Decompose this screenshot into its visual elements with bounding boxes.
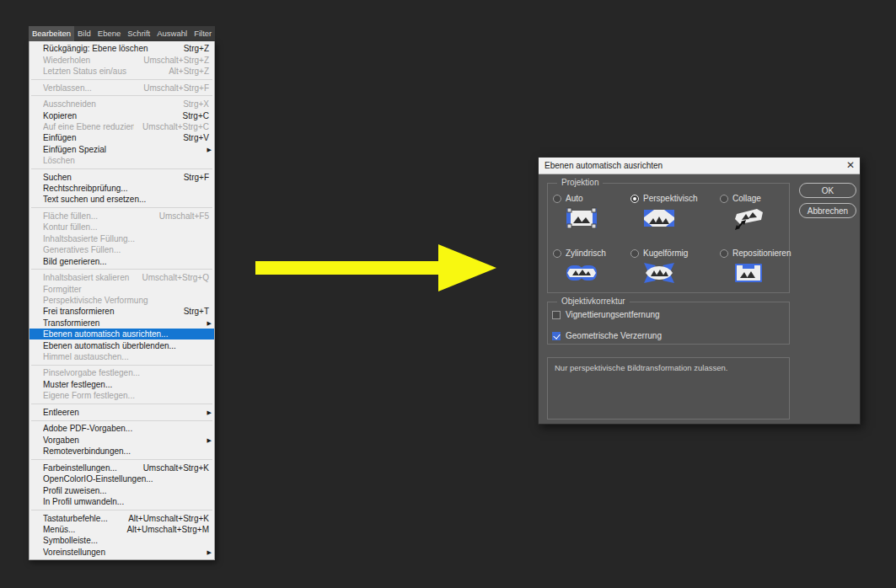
radio-reposition[interactable] [720, 249, 728, 258]
menu-item[interactable]: OpenColorIO-Einstellungen... [30, 473, 214, 484]
menu-item-shortcut: Strg+T [184, 307, 209, 316]
menu-item-label: Pinselvorgabe festlegen... [43, 368, 209, 377]
menu-item-label: Auf eine Ebene reduziert kopieren [43, 122, 134, 131]
menu-item-label: Fläche füllen... [43, 211, 151, 221]
menu-item-label: Suchen [43, 173, 175, 182]
projection-option-spherical: Kugelförmig [630, 249, 688, 285]
menu-item-label: Ebenen automatisch überblenden... [43, 341, 209, 350]
menu-separator [31, 420, 212, 421]
menubar-item-ebene[interactable]: Ebene [94, 26, 124, 41]
menubar-item-auswahl[interactable]: Auswahl [153, 26, 190, 41]
menu-item-shortcut: Umschalt+F5 [159, 211, 209, 221]
menu-item[interactable]: SuchenStrg+F [30, 171, 214, 182]
menu-item[interactable]: Remoteverbindungen... [30, 446, 214, 457]
menu-item-shortcut: Strg+V [183, 133, 209, 142]
lens-correction-group-label: Objektivkorrektur [557, 297, 630, 307]
checkbox-vignette-removal[interactable] [552, 311, 561, 319]
menu-item: Verblassen...Umschalt+Strg+F [30, 82, 214, 93]
menu-item[interactable]: Farbeinstellungen...Umschalt+Strg+K [30, 462, 214, 473]
radio-label: Kugelförmig [643, 249, 688, 258]
menu-item[interactable]: Menüs...Alt+Umschalt+Strg+M [30, 524, 214, 535]
menu-separator [31, 404, 212, 404]
menu-item[interactable]: KopierenStrg+C [30, 110, 214, 120]
collage-projection-icon[interactable] [732, 206, 765, 230]
menu-item[interactable]: Ebenen automatisch ausrichten... [30, 329, 214, 339]
cylindrical-projection-icon[interactable] [565, 261, 598, 285]
menu-separator [31, 207, 212, 208]
menu-item[interactable]: Bild generieren... [30, 255, 214, 266]
menu-item[interactable]: Voreinstellungen▶ [30, 547, 214, 558]
menu-item: Inhaltsbasiert skalierenUmschalt+Strg+Q [30, 272, 214, 283]
auto-projection-icon[interactable] [565, 206, 598, 230]
edit-menu-panel: BearbeitenBildEbeneSchriftAuswahlFilterA… [29, 26, 215, 560]
menu-item-label: Verblassen... [43, 83, 135, 93]
checkbox-label: Vignettierungsentfernung [566, 310, 660, 319]
menu-item-shortcut: Umschalt+Strg+C [142, 122, 209, 131]
menu-item[interactable]: Vorgaben▶ [30, 435, 214, 446]
perspective-projection-icon[interactable] [642, 206, 676, 230]
radio-label: Collage [732, 194, 761, 203]
menu-item[interactable]: Einfügen Spezial▶ [30, 144, 214, 155]
menu-separator [31, 95, 212, 96]
menu-item[interactable]: Profil zuweisen... [30, 484, 214, 495]
checkbox-geometric-distortion[interactable] [552, 332, 561, 340]
menu-item-label: Inhaltsbasierte Füllung... [43, 234, 209, 243]
menu-item-label: Vorgaben [43, 436, 209, 445]
menu-item-label: Kopieren [43, 111, 174, 120]
menu-item[interactable]: EinfügenStrg+V [30, 132, 214, 143]
reposition-projection-icon[interactable] [732, 261, 765, 285]
menu-item[interactable]: Entleeren▶ [30, 407, 214, 418]
menu-item[interactable]: Transformieren▶ [30, 318, 214, 329]
radio-auto[interactable] [553, 195, 561, 203]
menu-separator [31, 79, 212, 80]
menubar-item-bearbeiten[interactable]: Bearbeiten [29, 26, 74, 41]
menu-item-label: Himmel austauschen... [43, 352, 209, 361]
menu-item[interactable]: Text suchen und ersetzen... [30, 194, 214, 205]
menu-item-shortcut: Strg+F [184, 173, 209, 182]
dialog-titlebar[interactable]: Ebenen automatisch ausrichten ✕ [539, 158, 860, 174]
menu-item-label: Formgitter [43, 285, 209, 294]
menu-item-label: Profil zuweisen... [43, 486, 209, 495]
menu-item-shortcut: Umschalt+Strg+F [143, 83, 209, 93]
menu-item-label: OpenColorIO-Einstellungen... [43, 474, 209, 484]
menu-item-label: Letzten Status ein/aus [43, 67, 160, 76]
submenu-arrow-icon: ▶ [207, 437, 212, 443]
checkbox-row: Vignettierungsentfernung [552, 310, 660, 319]
menu-item[interactable]: Frei transformierenStrg+T [30, 306, 214, 317]
radio-cylindrical[interactable] [553, 249, 561, 258]
auto-align-layers-dialog: Ebenen automatisch ausrichten ✕ Projekti… [538, 157, 861, 425]
submenu-arrow-icon: ▶ [207, 147, 212, 152]
menu-item-label: In Profil umwandeln... [43, 497, 209, 506]
menu-item-label: Remoteverbindungen... [43, 446, 209, 456]
menu-item[interactable]: Rechtschreibprüfung... [30, 183, 214, 194]
menu-item-shortcut: Strg+C [183, 111, 209, 120]
menu-item-label: Einfügen Spezial [43, 145, 209, 154]
menu-item[interactable]: Muster festlegen... [30, 379, 214, 390]
menubar-item-filter[interactable]: Filter [190, 26, 215, 41]
menubar-item-bild[interactable]: Bild [74, 26, 94, 41]
close-icon[interactable]: ✕ [841, 158, 860, 174]
menu-item-label: Frei transformieren [43, 307, 175, 316]
menu-separator [31, 365, 212, 366]
radio-spherical[interactable] [630, 249, 639, 258]
menu-item[interactable]: Tastaturbefehle...Alt+Umschalt+Strg+K [30, 512, 214, 523]
menu-item-label: Wiederholen [43, 56, 135, 65]
radio-collage[interactable] [720, 195, 728, 203]
menu-item[interactable]: Ebenen automatisch überblenden... [30, 339, 214, 350]
menu-item-shortcut: Alt+Umschalt+Strg+K [128, 514, 209, 523]
menu-item[interactable]: Rückgängig: Ebene löschenStrg+Z [30, 43, 214, 54]
spherical-projection-icon[interactable] [642, 261, 676, 285]
menu-separator [31, 168, 212, 169]
menu-item-label: Rechtschreibprüfung... [43, 184, 209, 193]
projection-group-label: Projektion [557, 178, 603, 188]
submenu-arrow-icon: ▶ [207, 320, 212, 326]
ok-button[interactable]: OK [799, 183, 856, 198]
menu-item[interactable]: In Profil umwandeln... [30, 496, 214, 507]
radio-perspective[interactable] [630, 195, 639, 203]
menu-item[interactable]: Symbolleiste... [30, 535, 214, 546]
menubar-item-schrift[interactable]: Schrift [124, 26, 153, 41]
menu-item[interactable]: Adobe PDF-Vorgaben... [30, 423, 214, 434]
checkbox-label: Geometrische Verzerrung [566, 331, 662, 340]
menu-item: AusschneidenStrg+X [30, 99, 214, 110]
cancel-button[interactable]: Abbrechen [799, 203, 856, 218]
